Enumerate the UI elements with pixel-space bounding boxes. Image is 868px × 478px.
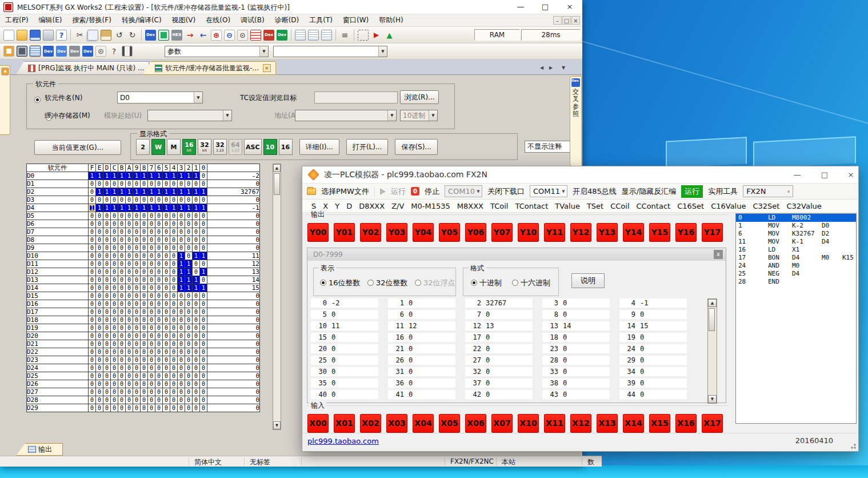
bit-cell[interactable]: 0	[200, 236, 207, 244]
bit-cell[interactable]: 0	[155, 332, 163, 340]
bit-cell[interactable]: 0	[133, 284, 141, 292]
d-register-cell-D24[interactable]: 240	[619, 344, 687, 353]
help-icon[interactable]: ?	[56, 30, 67, 41]
bit-cell[interactable]: 1	[89, 172, 96, 180]
bit-cell[interactable]: 1	[96, 204, 103, 212]
bit-cell[interactable]: 0	[111, 212, 118, 220]
bit-cell[interactable]: 0	[118, 220, 126, 228]
bit-cell[interactable]: 0	[178, 212, 185, 220]
bit-cell[interactable]: 0	[133, 388, 141, 396]
bit-cell[interactable]: 0	[89, 308, 96, 316]
bit-cell[interactable]: 0	[200, 228, 207, 236]
bit-cell[interactable]: 0	[96, 324, 103, 332]
input-button-X17[interactable]: X17	[702, 414, 723, 433]
bit-cell[interactable]: 0	[111, 244, 118, 252]
register-tab-TValue[interactable]: TValue	[551, 202, 583, 210]
bit-cell[interactable]: 0	[185, 380, 193, 388]
value-cell[interactable]: 0	[207, 300, 260, 308]
d-register-cell-D20[interactable]: 200	[311, 344, 378, 353]
bit-cell[interactable]: 0	[163, 268, 170, 276]
value-cell[interactable]: 0	[207, 364, 260, 372]
bit-cell[interactable]: 0	[126, 284, 133, 292]
bit-cell[interactable]: 1	[155, 204, 163, 212]
format-multi-button[interactable]: M	[167, 139, 181, 155]
d-register-cell-D33[interactable]: 330	[542, 367, 610, 376]
bit-cell[interactable]: 0	[163, 332, 170, 340]
tab-close-icon[interactable]: ×	[263, 64, 271, 72]
bit-cell[interactable]: 1	[103, 204, 111, 212]
instruction-row[interactable]: 17BOND4M0K15	[736, 254, 856, 262]
bit-cell[interactable]: 0	[111, 316, 118, 324]
menu-item-6[interactable]: 调试(B)	[235, 14, 270, 26]
bit-cell[interactable]: 0	[193, 260, 200, 268]
bit-cell[interactable]: 0	[111, 388, 118, 396]
bit-cell[interactable]: 0	[193, 300, 200, 308]
value-cell[interactable]: -2	[207, 172, 260, 180]
maximize-button[interactable]: □	[815, 169, 834, 181]
bit-cell[interactable]: 1	[111, 188, 118, 196]
bit-cell[interactable]: 0	[155, 388, 163, 396]
bit-cell[interactable]: 0	[111, 332, 118, 340]
value-cell[interactable]: 0	[207, 348, 260, 356]
output-button-Y10[interactable]: Y10	[518, 223, 539, 242]
stop-button[interactable]: 停止	[425, 186, 439, 197]
bit-cell[interactable]: 0	[163, 276, 170, 284]
bit-cell[interactable]: 0	[155, 340, 163, 348]
program-check-icon[interactable]	[321, 30, 332, 41]
bit-cell[interactable]: 0	[200, 220, 207, 228]
d-register-cell-D12[interactable]: 1213	[465, 321, 533, 330]
bit-cell[interactable]: 0	[103, 196, 111, 204]
bit-cell[interactable]: 1	[200, 268, 207, 276]
tc-target-field[interactable]	[314, 91, 398, 103]
register-tab-S[interactable]: S	[308, 202, 319, 210]
bit-cell[interactable]: 0	[193, 388, 200, 396]
bit-cell[interactable]: 1	[193, 204, 200, 212]
bit-cell[interactable]: 0	[170, 364, 178, 372]
format-save-button[interactable]: 保存(S)...	[395, 139, 437, 155]
bit-cell[interactable]: 0	[148, 292, 155, 300]
bit-cell[interactable]: 1	[170, 172, 178, 180]
mdi-close-button[interactable]: ×	[571, 16, 580, 25]
bit-cell[interactable]: 0	[148, 348, 155, 356]
bit-cell[interactable]: 0	[96, 308, 103, 316]
bit-cell[interactable]: 0	[178, 404, 185, 412]
bit-cell[interactable]: 0	[103, 372, 111, 380]
bit-cell[interactable]: 0	[185, 396, 193, 404]
value-cell[interactable]: 0	[207, 212, 260, 220]
bit-cell[interactable]: 0	[96, 268, 103, 276]
bit-cell[interactable]: 1	[170, 204, 178, 212]
bit-cell[interactable]: 1	[170, 188, 178, 196]
bit-cell[interactable]: 0	[96, 316, 103, 324]
bit-cell[interactable]: 0	[170, 268, 178, 276]
register-tab-C32Set[interactable]: C32Set	[749, 202, 783, 210]
bit-cell[interactable]: 0	[148, 180, 155, 188]
bit-cell[interactable]: 0	[126, 316, 133, 324]
bit-cell[interactable]: 1	[178, 284, 185, 292]
bit-cell[interactable]: 0	[103, 356, 111, 364]
bit-cell[interactable]: 0	[141, 308, 148, 316]
bit-cell[interactable]: 0	[200, 172, 207, 180]
d-register-cell-D22[interactable]: 220	[465, 344, 533, 353]
bit-cell[interactable]: 0	[163, 228, 170, 236]
bit-cell[interactable]: 0	[148, 396, 155, 404]
d-register-cell-D43[interactable]: 430	[542, 390, 610, 399]
bit-cell[interactable]: 0	[148, 332, 155, 340]
mdi-minimize-button[interactable]: –	[553, 16, 562, 25]
bit-cell[interactable]: 0	[200, 308, 207, 316]
bit-cell[interactable]: 0	[185, 404, 193, 412]
input-button-X00[interactable]: X00	[307, 414, 329, 433]
bit-cell[interactable]: 0	[170, 332, 178, 340]
bit-cell[interactable]: 1	[193, 188, 200, 196]
bit-cell[interactable]: 0	[89, 284, 96, 292]
bit-cell[interactable]: 0	[178, 316, 185, 324]
bit-cell[interactable]: 0	[141, 396, 148, 404]
bit-cell[interactable]: 0	[178, 372, 185, 380]
bit-cell[interactable]: 0	[200, 260, 207, 268]
hint-icon[interactable]: ?	[109, 46, 119, 57]
bit-cell[interactable]: 1	[178, 204, 185, 212]
bit-cell[interactable]: 0	[141, 348, 148, 356]
d-register-cell-D29[interactable]: 290	[619, 356, 687, 365]
bit-cell[interactable]: 1	[178, 260, 185, 268]
bit-cell[interactable]: 0	[141, 324, 148, 332]
bit-cell[interactable]: 0	[126, 396, 133, 404]
